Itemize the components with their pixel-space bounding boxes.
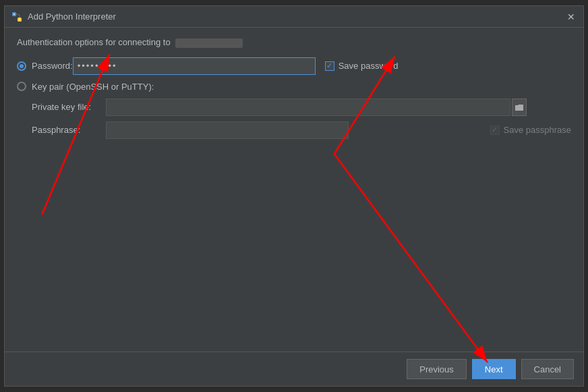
title-bar-left: Add Python Interpreter — [11, 11, 116, 22]
save-passphrase-label: Save passphrase — [504, 125, 571, 135]
key-pair-radio[interactable] — [17, 82, 26, 91]
cancel-button[interactable]: Cancel — [521, 359, 574, 379]
previous-button[interactable]: Previous — [407, 359, 467, 379]
svg-point-2 — [13, 13, 15, 15]
dialog-footer: Previous Next Cancel — [5, 352, 583, 386]
save-passphrase-checkbox[interactable] — [490, 125, 500, 135]
private-key-label: Private key file: — [32, 102, 106, 112]
next-button[interactable]: Next — [472, 359, 516, 379]
save-password-label: Save password — [339, 61, 399, 71]
save-password-checkbox[interactable] — [325, 61, 334, 71]
passphrase-input[interactable] — [106, 121, 349, 139]
passphrase-input-wrap — [106, 121, 481, 139]
passphrase-label: Passphrase: — [32, 125, 106, 135]
dialog-body: Authentication options for connecting to… — [5, 28, 583, 352]
save-password-wrap: Save password — [325, 61, 399, 71]
save-passphrase-wrap: Save passphrase — [490, 125, 571, 135]
private-key-input[interactable] — [106, 99, 510, 116]
folder-icon — [515, 104, 523, 111]
password-option-label: Password: — [32, 61, 73, 71]
title-bar: Add Python Interpreter ✕ — [5, 6, 583, 28]
key-pair-option-row: Key pair (OpenSSH or PuTTY): — [17, 82, 571, 92]
close-button[interactable]: ✕ — [566, 11, 577, 22]
private-key-input-wrap — [106, 99, 571, 116]
host-blur — [175, 38, 243, 48]
python-icon — [11, 11, 22, 22]
password-radio[interactable] — [17, 61, 26, 71]
private-key-row: Private key file: — [17, 99, 571, 116]
key-pair-option-label: Key pair (OpenSSH or PuTTY): — [32, 82, 154, 92]
dialog-title: Add Python Interpreter — [28, 11, 116, 22]
passphrase-row: Passphrase: Save passphrase — [17, 121, 571, 139]
browse-button[interactable] — [512, 99, 527, 116]
auth-header: Authentication options for connecting to — [17, 37, 571, 48]
password-option-row: Password: Save password — [17, 57, 571, 75]
svg-point-3 — [19, 19, 20, 20]
password-input[interactable] — [73, 57, 316, 75]
add-python-interpreter-dialog: Add Python Interpreter ✕ Authentication … — [4, 5, 584, 387]
